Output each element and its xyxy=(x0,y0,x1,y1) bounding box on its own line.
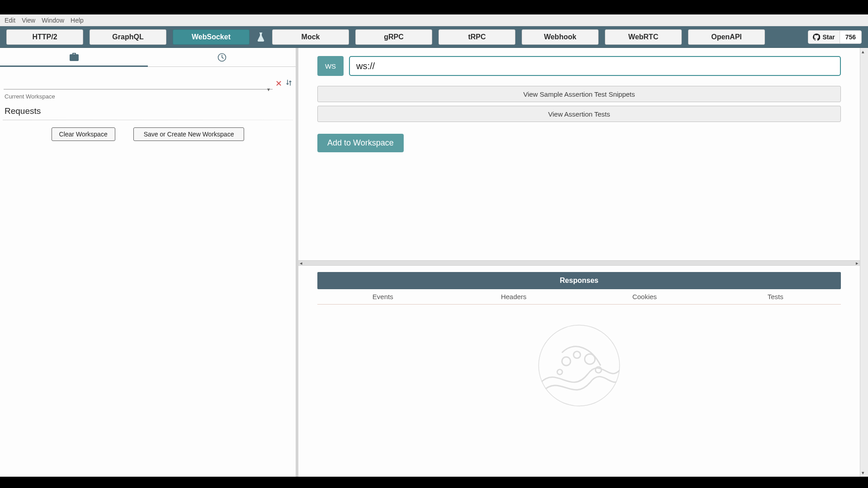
main-panel: WS View Sample Assertion Test Snippets V… xyxy=(298,48,860,477)
briefcase-icon xyxy=(70,53,79,61)
responses-tab-headers[interactable]: Headers xyxy=(448,289,580,305)
svg-point-6 xyxy=(557,370,562,375)
tab-webhook[interactable]: Webhook xyxy=(522,29,599,45)
tab-graphql[interactable]: GraphQL xyxy=(90,29,166,45)
tab-mock[interactable]: Mock xyxy=(272,29,349,45)
menubar: Edit View Window Help xyxy=(0,14,868,26)
responses-tab-cookies[interactable]: Cookies xyxy=(579,289,710,305)
responses-tab-tests[interactable]: Tests xyxy=(710,289,841,305)
app-window: Edit View Window Help HTTP/2 GraphQL Web… xyxy=(0,14,868,477)
wave-logo-icon xyxy=(536,323,622,408)
request-builder-area: WS View Sample Assertion Test Snippets V… xyxy=(298,48,860,260)
protocol-toolbar: HTTP/2 GraphQL WebSocket Mock gRPC tRPC … xyxy=(0,26,868,48)
tab-trpc[interactable]: tRPC xyxy=(439,29,515,45)
horizontal-splitter[interactable]: ◂ ▸ xyxy=(298,260,860,266)
menu-edit[interactable]: Edit xyxy=(2,16,18,25)
protocol-tabs-left: HTTP/2 GraphQL WebSocket xyxy=(6,29,250,45)
scroll-up-icon[interactable]: ▴ xyxy=(862,49,864,55)
responses-tabs: Events Headers Cookies Tests xyxy=(317,289,841,305)
sidebar: ▾ ✕ Current Workspace Requests Clear Wor… xyxy=(0,48,298,477)
save-workspace-button[interactable]: Save or Create New Workspace xyxy=(133,127,245,141)
responses-panel: Responses Events Headers Cookies Tests xyxy=(298,266,860,477)
view-assertion-tests-button[interactable]: View Assertion Tests xyxy=(317,106,841,122)
svg-point-3 xyxy=(562,357,571,366)
github-star-count: 756 xyxy=(840,33,861,41)
workspace-select[interactable]: ▾ xyxy=(4,85,273,89)
letterbox-bottom xyxy=(0,477,868,488)
scroll-left-icon[interactable]: ◂ xyxy=(300,260,302,266)
chevron-down-icon: ▾ xyxy=(267,86,270,93)
tab-webrtc[interactable]: WebRTC xyxy=(605,29,682,45)
clear-workspace-button[interactable]: Clear Workspace xyxy=(52,127,115,141)
github-star-label: Star xyxy=(822,33,835,41)
tab-openapi[interactable]: OpenAPI xyxy=(688,29,765,45)
svg-point-4 xyxy=(574,352,580,358)
github-icon xyxy=(813,33,820,41)
sort-icon[interactable] xyxy=(286,79,292,88)
tab-grpc[interactable]: gRPC xyxy=(355,29,432,45)
sidebar-tabs xyxy=(0,48,296,67)
svg-point-5 xyxy=(585,354,595,364)
responses-tab-events[interactable]: Events xyxy=(317,289,448,305)
menu-view[interactable]: View xyxy=(19,16,38,25)
vertical-scrollbar[interactable]: ▴ ▾ xyxy=(860,48,868,477)
menu-help[interactable]: Help xyxy=(68,16,86,25)
responses-placeholder xyxy=(317,305,841,472)
protocol-tabs-right: Mock gRPC tRPC Webhook WebRTC OpenAPI xyxy=(272,29,765,45)
flask-icon[interactable] xyxy=(254,32,268,42)
clear-workspace-select-icon[interactable]: ✕ xyxy=(275,79,282,89)
add-to-workspace-button[interactable]: Add to Workspace xyxy=(317,134,404,152)
github-star-widget[interactable]: Star 756 xyxy=(808,30,862,44)
scroll-down-icon[interactable]: ▾ xyxy=(862,470,864,476)
responses-header: Responses xyxy=(317,272,841,289)
clock-icon xyxy=(217,53,226,62)
url-input[interactable] xyxy=(349,56,841,76)
tab-http2[interactable]: HTTP/2 xyxy=(6,29,83,45)
requests-heading: Requests xyxy=(0,102,296,120)
svg-point-2 xyxy=(538,325,620,407)
menu-window[interactable]: Window xyxy=(39,16,67,25)
main-body: ▾ ✕ Current Workspace Requests Clear Wor… xyxy=(0,48,868,477)
sidebar-tab-workspace[interactable] xyxy=(0,48,148,67)
tab-websocket[interactable]: WebSocket xyxy=(173,29,250,45)
sidebar-tab-history[interactable] xyxy=(148,48,296,67)
letterbox-top xyxy=(0,0,868,14)
workspace-label: Current Workspace xyxy=(0,90,296,102)
method-badge: WS xyxy=(317,56,344,76)
scroll-right-icon[interactable]: ▸ xyxy=(856,260,859,266)
view-assertion-snippets-button[interactable]: View Sample Assertion Test Snippets xyxy=(317,86,841,102)
